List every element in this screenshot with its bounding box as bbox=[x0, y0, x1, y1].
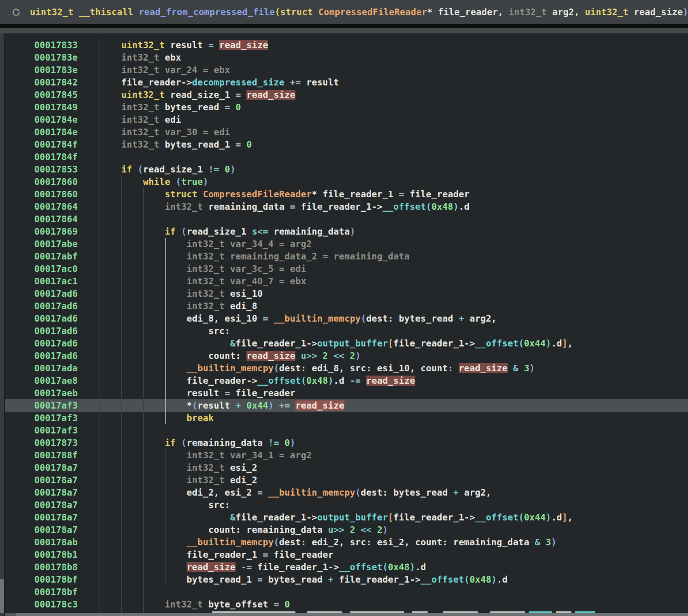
code-line[interactable]: 00017ad6edi_8, esi_10 = __builtin_memcpy… bbox=[0, 312, 688, 325]
code-line[interactable]: 00017860while (true) bbox=[0, 176, 688, 188]
address[interactable]: 000178bf bbox=[34, 573, 78, 586]
address[interactable]: 00017ae8 bbox=[34, 374, 78, 387]
code-line[interactable]: 000178c3int32_t byte_offset = 0 bbox=[0, 598, 688, 611]
vertical-scrollbar-thumb[interactable] bbox=[0, 579, 4, 613]
address[interactable]: 00017845 bbox=[34, 89, 78, 101]
address[interactable]: 00017aeb bbox=[34, 387, 78, 399]
address[interactable]: 00017af3 bbox=[34, 424, 78, 437]
token: 2 bbox=[377, 525, 382, 535]
address[interactable]: 0001784f bbox=[34, 138, 78, 151]
code-line[interactable]: 000178a7src: bbox=[0, 499, 688, 511]
code-line[interactable]: 000178ab__builtin_memcpy(dest: edi_2, sr… bbox=[0, 536, 688, 548]
address[interactable]: 00017ad6 bbox=[34, 325, 78, 337]
code-line[interactable]: 00017873if (remaining_data != 0) bbox=[0, 437, 688, 449]
code-line[interactable]: 00017ae8file_reader->__offset(0x48).d -=… bbox=[0, 374, 688, 387]
code-line[interactable]: 000178a7edi_2, esi_2 = __builtin_memcpy(… bbox=[0, 486, 688, 499]
code-line[interactable]: 00017abeint32_t var_34_4 = arg2 bbox=[0, 238, 688, 250]
code-line[interactable]: 000178b1file_reader_1 = file_reader bbox=[0, 548, 688, 561]
address[interactable]: 00017864 bbox=[34, 200, 78, 213]
code-line[interactable]: 0001784fint32_t bytes_read_1 = 0 bbox=[0, 138, 688, 151]
address[interactable]: 00017849 bbox=[34, 101, 78, 113]
address[interactable]: 00017864 bbox=[34, 213, 78, 225]
address[interactable]: 00017ad6 bbox=[34, 312, 78, 325]
address[interactable]: 000178b1 bbox=[34, 548, 78, 561]
address[interactable]: 00017af3 bbox=[34, 399, 78, 412]
code-line[interactable]: 000178bf bbox=[0, 586, 688, 598]
horizontal-scrollbar-thumb[interactable] bbox=[16, 613, 688, 616]
address[interactable]: 000178ab bbox=[34, 536, 78, 548]
function-prototype-header[interactable]: uint32_t __thiscall read_from_compressed… bbox=[0, 0, 688, 24]
code-line[interactable]: 00017842file_reader->decompressed_size +… bbox=[0, 76, 688, 89]
address[interactable]: 00017ad6 bbox=[34, 300, 78, 312]
address[interactable]: 00017ad6 bbox=[34, 350, 78, 362]
address[interactable]: 0001783e bbox=[34, 64, 78, 76]
code-line[interactable]: 000178a7int32_t esi_2 bbox=[0, 461, 688, 474]
function-signature[interactable]: uint32_t __thiscall read_from_compressed… bbox=[30, 7, 688, 17]
code-line[interactable]: 00017ada__builtin_memcpy(dest: edi_8, sr… bbox=[0, 362, 688, 374]
address[interactable]: 000178a7 bbox=[34, 499, 78, 511]
code-line[interactable]: 00017af3break bbox=[0, 412, 688, 424]
address[interactable]: 00017ac0 bbox=[34, 263, 78, 275]
code-line[interactable]: 00017853if (read_size_1 != 0) bbox=[0, 163, 688, 176]
code-line[interactable]: 0001784eint32_t edi bbox=[0, 113, 688, 126]
code-line[interactable]: 00017abfint32_t remaining_data_2 = remai… bbox=[0, 250, 688, 263]
code-line[interactable]: 0001783eint32_t ebx bbox=[0, 51, 688, 64]
code-line[interactable]: 00017849int32_t bytes_read = 0 bbox=[0, 101, 688, 113]
token: 0 bbox=[225, 164, 230, 174]
code-line[interactable]: 000178a7count: remaining_data u>> 2 << 2… bbox=[0, 524, 688, 536]
code-line[interactable]: 00017869if (read_size_1 s<= remaining_da… bbox=[0, 225, 688, 238]
address[interactable]: 00017ada bbox=[34, 362, 78, 374]
address[interactable]: 0001788f bbox=[34, 449, 78, 461]
address[interactable]: 0001784f bbox=[34, 151, 78, 163]
vertical-scrollbar-track[interactable] bbox=[0, 33, 4, 616]
code-line[interactable]: 00017ad6int32_t edi_8 bbox=[0, 300, 688, 312]
address[interactable]: 00017842 bbox=[34, 76, 78, 89]
address[interactable]: 000178a7 bbox=[34, 474, 78, 486]
code-line[interactable]: 0001784f bbox=[0, 151, 688, 163]
code-line[interactable]: 0001783eint32_t var_24 = ebx bbox=[0, 64, 688, 76]
code-line[interactable]: 000178a7int32_t edi_2 bbox=[0, 474, 688, 486]
code-line[interactable]: 000178bfbytes_read_1 = bytes_read + file… bbox=[0, 573, 688, 586]
code-line[interactable]: 00017ac0int32_t var_3c_5 = edi bbox=[0, 263, 688, 275]
code-line[interactable]: 00017aebresult = file_reader bbox=[0, 387, 688, 399]
refresh-icon[interactable] bbox=[11, 7, 21, 17]
address[interactable]: 00017ad6 bbox=[34, 337, 78, 350]
code-line[interactable]: 00017ad6count: read_size u>> 2 << 2) bbox=[0, 350, 688, 362]
address[interactable]: 00017af3 bbox=[34, 412, 78, 424]
address[interactable]: 000178b8 bbox=[34, 561, 78, 573]
address[interactable]: 00017860 bbox=[34, 188, 78, 200]
code-line[interactable]: 00017833uint32_t result = read_size bbox=[0, 39, 688, 51]
code-line[interactable]: 00017845uint32_t read_size_1 = read_size bbox=[0, 89, 688, 101]
address[interactable]: 000178bf bbox=[34, 586, 78, 598]
address[interactable]: 0001784e bbox=[34, 126, 78, 138]
address[interactable]: 00017853 bbox=[34, 163, 78, 176]
code-line[interactable]: 00017ad6src: bbox=[0, 325, 688, 337]
code-line[interactable]: 00017ad6&file_reader_1->output_buffer[fi… bbox=[0, 337, 688, 350]
code-line-current[interactable]: 00017af3*(result + 0x44) += read_size bbox=[0, 399, 688, 412]
address[interactable]: 000178a7 bbox=[34, 486, 78, 499]
code-line[interactable]: 00017ac1int32_t var_40_7 = ebx bbox=[0, 275, 688, 287]
address[interactable]: 0001784e bbox=[34, 113, 78, 126]
code-line[interactable]: 000178a7&file_reader_1->output_buffer[fi… bbox=[0, 511, 688, 524]
address[interactable]: 00017869 bbox=[34, 225, 78, 238]
code-line[interactable]: 0001784eint32_t var_30 = edi bbox=[0, 126, 688, 138]
address[interactable]: 00017ac1 bbox=[34, 275, 78, 287]
code-line[interactable]: 00017860struct CompressedFileReader* fil… bbox=[0, 188, 688, 200]
address[interactable]: 00017833 bbox=[34, 39, 78, 51]
address[interactable]: 000178c3 bbox=[34, 598, 78, 611]
code-line[interactable]: 0001788fint32_t var_34_1 = arg2 bbox=[0, 449, 688, 461]
code-line[interactable]: 00017864 bbox=[0, 213, 688, 225]
address[interactable]: 00017abf bbox=[34, 250, 78, 263]
address[interactable]: 000178a7 bbox=[34, 511, 78, 524]
address[interactable]: 00017ad6 bbox=[34, 287, 78, 300]
address[interactable]: 00017abe bbox=[34, 238, 78, 250]
address[interactable]: 00017860 bbox=[34, 176, 78, 188]
code-line[interactable]: 00017ad6int32_t esi_10 bbox=[0, 287, 688, 300]
code-line[interactable]: 00017864int32_t remaining_data = file_re… bbox=[0, 200, 688, 213]
code-line[interactable]: 00017af3 bbox=[0, 424, 688, 437]
address[interactable]: 00017873 bbox=[34, 437, 78, 449]
code-line[interactable]: 000178b8read_size -= file_reader_1->__of… bbox=[0, 561, 688, 573]
address[interactable]: 000178a7 bbox=[34, 524, 78, 536]
address[interactable]: 000178a7 bbox=[34, 461, 78, 474]
address[interactable]: 0001783e bbox=[34, 51, 78, 64]
